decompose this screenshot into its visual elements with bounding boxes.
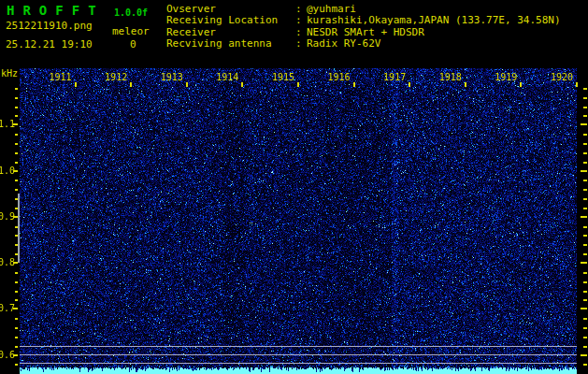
y-minor-tick-left bbox=[15, 244, 18, 246]
y-minor-tick-left bbox=[15, 253, 18, 255]
y-minor-tick-left bbox=[15, 327, 18, 329]
y-minor-tick-right bbox=[583, 115, 587, 117]
time-label: 1918 bbox=[436, 72, 462, 82]
y-minor-tick-left bbox=[15, 107, 18, 108]
y-minor-tick-right bbox=[583, 235, 587, 237]
y-minor-tick-right bbox=[583, 134, 587, 136]
y-minor-tick-right bbox=[583, 88, 587, 90]
y-minor-tick-left bbox=[15, 346, 18, 348]
y-major-tick-left bbox=[13, 262, 18, 264]
y-minor-tick-left bbox=[15, 180, 18, 181]
time-label: 1920 bbox=[547, 72, 573, 82]
time-tick bbox=[576, 82, 578, 87]
time-label: 1919 bbox=[491, 72, 517, 82]
time-label: 1915 bbox=[268, 72, 294, 82]
y-minor-tick-right bbox=[583, 253, 587, 255]
y-minor-tick-left bbox=[15, 115, 18, 117]
reference-line bbox=[20, 346, 577, 347]
y-minor-tick-right bbox=[583, 143, 587, 145]
time-tick bbox=[297, 82, 299, 87]
y-major-tick-left bbox=[13, 354, 18, 356]
time-label: 1917 bbox=[380, 72, 406, 82]
time-tick bbox=[520, 82, 522, 87]
reference-line bbox=[20, 354, 577, 355]
time-tick bbox=[353, 82, 355, 87]
y-minor-tick-left bbox=[15, 318, 18, 320]
time-label: 1913 bbox=[157, 72, 183, 82]
time-tick bbox=[241, 82, 243, 87]
y-major-tick-left bbox=[13, 170, 18, 172]
y-major-tick-right bbox=[581, 123, 587, 125]
y-axis-label: 0.9 bbox=[0, 211, 13, 222]
axis-annotations-layer: 1.11.00.90.80.70.61911191219131914191519… bbox=[0, 0, 588, 374]
y-minor-tick-right bbox=[583, 189, 587, 191]
time-tick bbox=[409, 82, 410, 87]
time-label: 1914 bbox=[212, 72, 238, 82]
y-minor-tick-left bbox=[15, 198, 18, 200]
y-major-tick-right bbox=[581, 354, 587, 356]
y-minor-tick-right bbox=[583, 327, 587, 329]
y-minor-tick-right bbox=[583, 272, 587, 274]
y-major-tick-right bbox=[581, 216, 587, 218]
y-minor-tick-left bbox=[15, 337, 18, 338]
y-minor-tick-right bbox=[583, 318, 587, 320]
time-tick bbox=[465, 82, 466, 87]
hrofft-screen: HROFFT 1.0.0f 2512211910.png meleor 25.1… bbox=[0, 0, 588, 374]
y-minor-tick-right bbox=[583, 97, 587, 99]
y-minor-tick-left bbox=[15, 235, 18, 237]
y-axis-label: 0.8 bbox=[0, 257, 13, 267]
y-axis-label: 1.0 bbox=[0, 165, 13, 176]
y-minor-tick-left bbox=[15, 208, 18, 209]
y-minor-tick-left bbox=[15, 97, 18, 99]
y-minor-tick-right bbox=[583, 364, 587, 366]
y-minor-tick-right bbox=[583, 107, 587, 108]
y-minor-tick-right bbox=[583, 180, 587, 181]
y-minor-tick-right bbox=[583, 162, 587, 164]
y-minor-tick-right bbox=[583, 208, 587, 209]
time-label: 1912 bbox=[101, 72, 127, 82]
time-tick bbox=[186, 82, 188, 87]
y-minor-tick-right bbox=[583, 346, 587, 348]
y-major-tick-right bbox=[581, 308, 587, 309]
y-axis-label: 1.1 bbox=[0, 119, 13, 129]
y-major-tick-left bbox=[13, 308, 18, 309]
y-minor-tick-left bbox=[15, 152, 18, 154]
time-tick bbox=[130, 82, 132, 87]
y-minor-tick-right bbox=[583, 291, 587, 293]
y-minor-tick-left bbox=[15, 88, 18, 90]
y-minor-tick-left bbox=[15, 281, 18, 283]
y-minor-tick-left bbox=[15, 226, 18, 228]
y-minor-tick-left bbox=[15, 162, 18, 164]
y-major-tick-left bbox=[13, 123, 18, 125]
time-label: 1916 bbox=[324, 72, 351, 82]
y-minor-tick-right bbox=[583, 299, 587, 301]
y-minor-tick-left bbox=[15, 272, 18, 274]
y-axis-label: 0.6 bbox=[0, 350, 13, 360]
y-axis-label: 0.7 bbox=[0, 303, 13, 313]
y-minor-tick-left bbox=[15, 134, 18, 136]
y-minor-tick-left bbox=[15, 299, 18, 301]
y-minor-tick-right bbox=[583, 244, 587, 246]
y-minor-tick-left bbox=[15, 143, 18, 145]
y-minor-tick-right bbox=[583, 226, 587, 228]
y-minor-tick-right bbox=[583, 337, 587, 338]
y-minor-tick-right bbox=[583, 152, 587, 154]
y-minor-tick-right bbox=[583, 198, 587, 200]
y-major-tick-left bbox=[13, 216, 18, 218]
y-minor-tick-left bbox=[15, 291, 18, 293]
time-label: 1911 bbox=[46, 72, 72, 82]
time-tick bbox=[75, 82, 77, 87]
y-major-tick-right bbox=[581, 262, 587, 264]
y-minor-tick-left bbox=[15, 364, 18, 366]
y-major-tick-right bbox=[581, 170, 587, 172]
reference-line bbox=[20, 363, 577, 364]
y-minor-tick-right bbox=[583, 281, 587, 283]
y-minor-tick-left bbox=[15, 189, 18, 191]
